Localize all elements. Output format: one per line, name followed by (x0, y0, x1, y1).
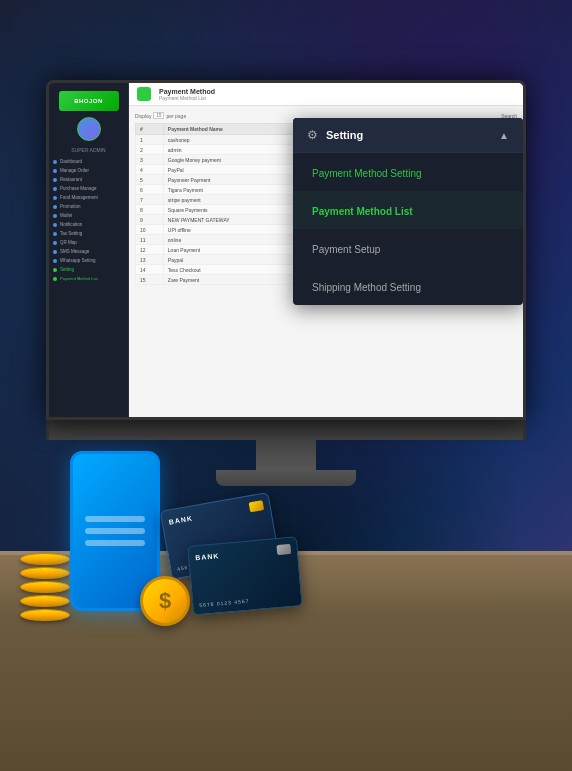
cell-name: Zare Payment (163, 275, 298, 285)
sidebar-item-label: Setting (60, 267, 74, 272)
sidebar-item-restaurant[interactable]: Restaurant (49, 175, 128, 184)
coin-1 (20, 553, 70, 565)
sidebar-item-food[interactable]: Food Management (49, 193, 128, 202)
payment-icon (137, 87, 151, 101)
sidebar-item-sms[interactable]: SMS Message (49, 247, 128, 256)
cell-name: PayPal (163, 165, 298, 175)
setting-menu-text: Payment Setup (312, 244, 380, 255)
sidebar-item-dashboard[interactable]: Dashboard (49, 157, 128, 166)
sidebar-item-label: SMS Message (60, 249, 89, 254)
cell-name: UPI offline (163, 225, 298, 235)
cell-name: online (163, 235, 298, 245)
cell-num: 3 (136, 155, 164, 165)
cell-name: Square Payments (163, 205, 298, 215)
phone-line-3 (85, 540, 145, 546)
sidebar-dot (53, 214, 57, 218)
cell-num: 1 (136, 135, 164, 145)
cell-name: stripe payment (163, 195, 298, 205)
sidebar-user-label: SUPER ADMIN (71, 147, 105, 153)
dollar-sign: $ (159, 588, 171, 614)
sidebar-dot (53, 196, 57, 200)
sidebar-item-qr[interactable]: QR Map (49, 238, 128, 247)
sidebar-dot (53, 205, 57, 209)
cell-num: 15 (136, 275, 164, 285)
coin-3 (20, 581, 70, 593)
cell-num: 7 (136, 195, 164, 205)
bank-label-1: BANK (168, 514, 193, 525)
setting-menu-item-method-setting[interactable]: Payment Method Setting (293, 153, 523, 191)
setting-menu-item-payment-setup[interactable]: Payment Setup (293, 229, 523, 267)
coin-4 (20, 595, 70, 607)
page-subtitle: Payment Method List (159, 95, 215, 101)
screen-watermark: BHOJON (492, 403, 513, 409)
sidebar-item-wallet[interactable]: Wallet (49, 211, 128, 220)
sidebar-item-label: Purchase Manage (60, 186, 97, 191)
sidebar-item-notification[interactable]: Notification (49, 220, 128, 229)
sidebar-dot (53, 169, 57, 173)
cell-name: cashonep (163, 135, 298, 145)
sidebar-item-setting[interactable]: Setting (49, 265, 128, 274)
sidebar-dot (53, 223, 57, 227)
cell-num: 12 (136, 245, 164, 255)
sidebar: BHOJON SUPER ADMIN Dashboard Manage Orde… (49, 83, 129, 417)
coin-2 (20, 567, 70, 579)
main-topbar: Payment Method Payment Method List (129, 83, 523, 106)
card-number-2: 5678 0123 4567 (199, 594, 295, 608)
sidebar-item-purchase[interactable]: Purchase Manage (49, 184, 128, 193)
sidebar-dot (53, 250, 57, 254)
sidebar-item-label: Manage Order (60, 168, 89, 173)
coin-5 (20, 609, 70, 621)
sidebar-item-promotion[interactable]: Promotion (49, 202, 128, 211)
sidebar-item-label: Tax Setting (60, 231, 82, 236)
per-page-select[interactable]: 15 (153, 112, 164, 119)
cell-name: Paypal (163, 255, 298, 265)
sidebar-logo-text: BHOJON (74, 98, 103, 104)
setting-title: Setting (326, 129, 363, 141)
card-chip-1 (249, 500, 265, 512)
setting-menu-item-shipping[interactable]: Shipping Method Setting (293, 267, 523, 305)
sidebar-item-label: Whatsapp Setting (60, 258, 96, 263)
cell-name: Tess Checkout (163, 265, 298, 275)
sidebar-item-manageorder[interactable]: Manage Order (49, 166, 128, 175)
cell-name: admin (163, 145, 298, 155)
phone-line-1 (85, 516, 145, 522)
sidebar-dot (53, 187, 57, 191)
cell-name: NEW PAYMENT GATEWAY (163, 215, 298, 225)
cell-num: 14 (136, 265, 164, 275)
col-num: # (136, 124, 164, 135)
setting-menu-text: Payment Method List (312, 206, 413, 217)
cell-num: 4 (136, 165, 164, 175)
sidebar-item-tax[interactable]: Tax Setting (49, 229, 128, 238)
main-title-group: Payment Method Payment Method List (159, 88, 215, 101)
sidebar-item-label: Food Management (60, 195, 98, 200)
main-header: Payment Method Payment Method List (137, 87, 215, 101)
sidebar-item-payment-list[interactable]: Payment Method List (49, 274, 128, 283)
sidebar-item-whatsapp[interactable]: Whatsapp Setting (49, 256, 128, 265)
chevron-up-icon[interactable]: ▲ (499, 130, 509, 141)
credit-card-2: BANK 5678 0123 4567 (187, 536, 303, 615)
cell-num: 6 (136, 185, 164, 195)
sidebar-item-label: Payment Method List (60, 276, 98, 281)
cell-name: Payoneer Payment (163, 175, 298, 185)
bank-label-2: BANK (195, 552, 220, 561)
setting-menu-item-method-list[interactable]: Payment Method List (293, 191, 523, 229)
setting-menu-text: Shipping Method Setting (312, 282, 421, 293)
cell-num: 10 (136, 225, 164, 235)
cell-num: 13 (136, 255, 164, 265)
card-chip-2 (276, 544, 291, 555)
cell-num: 2 (136, 145, 164, 155)
table-show-label: Display 15 per page (135, 112, 186, 119)
decorations: BANK 4567 BANK 5678 0123 4567 $ (20, 411, 300, 631)
cell-num: 5 (136, 175, 164, 185)
sidebar-dot (53, 259, 57, 263)
coins-stack (20, 553, 70, 621)
cell-name: Google Money payment (163, 155, 298, 165)
page-title: Payment Method (159, 88, 215, 95)
monitor-screen: BHOJON SUPER ADMIN Dashboard Manage Orde… (46, 80, 526, 420)
cell-num: 8 (136, 205, 164, 215)
cell-num: 11 (136, 235, 164, 245)
col-name: Payment Method Name (163, 124, 298, 135)
sidebar-item-label: Promotion (60, 204, 81, 209)
setting-header-left: ⚙ Setting (307, 128, 363, 142)
sidebar-dot (53, 277, 57, 281)
